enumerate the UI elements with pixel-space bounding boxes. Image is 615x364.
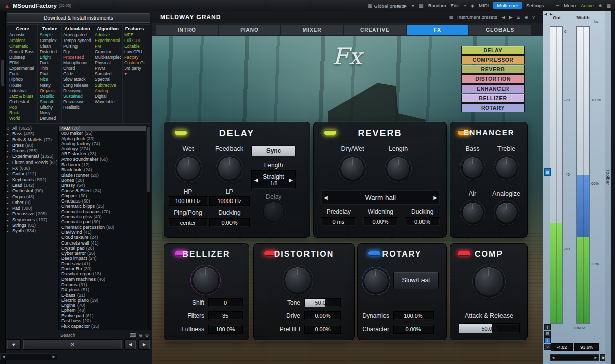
slow-fast-button[interactable]: Slow/Fast bbox=[393, 272, 439, 289]
scrollbar-handle[interactable] bbox=[1, 60, 4, 86]
tag[interactable]: Dark bbox=[40, 60, 60, 66]
tag[interactable]: Processed bbox=[63, 55, 91, 60]
preset-item[interactable]: Analog factory(74) bbox=[59, 141, 146, 146]
distortion-knob[interactable] bbox=[285, 267, 311, 293]
save-icon[interactable]: ⊡ bbox=[517, 15, 521, 20]
right-arrow-icon[interactable]: ▶ bbox=[289, 177, 293, 183]
preset-item[interactable]: Dino-saw(41) bbox=[59, 261, 146, 266]
preset-item[interactable]: Cinematic blipps(25) bbox=[59, 204, 146, 209]
tag[interactable]: Realistic bbox=[63, 105, 91, 110]
edit-button[interactable]: Edit bbox=[451, 3, 459, 8]
tag[interactable]: Orchestral bbox=[9, 99, 36, 105]
tag[interactable]: Industrial bbox=[9, 88, 36, 94]
tag[interactable]: 3rd party bbox=[124, 66, 145, 71]
tree-expand-icon[interactable]: ▸ bbox=[7, 160, 11, 166]
value-box[interactable]: 0.00% bbox=[363, 217, 398, 226]
tag[interactable]: Chord bbox=[63, 66, 91, 71]
tag[interactable]: Editable bbox=[124, 44, 145, 49]
knob[interactable] bbox=[341, 157, 364, 180]
tree-expand-icon[interactable]: ▸ bbox=[7, 177, 11, 183]
tag[interactable]: Slow attack bbox=[63, 77, 91, 83]
dots-icon[interactable]: ⁞⁞ bbox=[548, 3, 551, 8]
fx-chain-button[interactable]: ENHANCER bbox=[461, 84, 525, 93]
grid-button[interactable]: ▤ bbox=[544, 331, 551, 337]
preset-item[interactable]: DX pluck(51) bbox=[59, 287, 146, 292]
asterisk-icon[interactable]: ✱ bbox=[598, 3, 602, 8]
tag[interactable]: Cinematic bbox=[9, 44, 36, 49]
preset-item[interactable]: Engine(70) bbox=[59, 303, 146, 308]
tag[interactable]: Experimental bbox=[95, 38, 121, 44]
knob[interactable] bbox=[387, 157, 410, 180]
keyboard-icon[interactable]: ⌨ bbox=[130, 333, 136, 338]
tree-item[interactable]: ▸Strings(81) bbox=[7, 223, 57, 228]
knob[interactable] bbox=[218, 157, 241, 180]
preset-item[interactable]: Evolve pad(61) bbox=[59, 313, 146, 318]
preset-item[interactable]: Fast bass(20) bbox=[59, 318, 146, 323]
tab[interactable]: PIANO bbox=[219, 25, 281, 35]
preset-item[interactable]: Atmo soundmaker(60) bbox=[59, 157, 146, 162]
settings-button[interactable]: Settings bbox=[526, 3, 544, 8]
fx-chain-button[interactable]: REVERB bbox=[461, 65, 525, 74]
tag[interactable]: Custom GUI bbox=[124, 60, 145, 66]
tree-expand-icon[interactable]: ▸ bbox=[7, 166, 11, 171]
tag[interactable]: House bbox=[9, 83, 36, 88]
tag[interactable]: Complex bbox=[40, 38, 60, 44]
tree-expand-icon[interactable]: ▸ bbox=[7, 188, 11, 194]
tag[interactable]: Metallic bbox=[40, 94, 60, 99]
pingpong-value-box[interactable]: center bbox=[168, 218, 208, 227]
inv-label[interactable]: Inv bbox=[594, 20, 598, 23]
hp-value-box[interactable]: 100.00 Hz bbox=[168, 196, 208, 206]
tag[interactable]: Noisy bbox=[40, 110, 60, 116]
tree-horizontal-scrollbar[interactable]: ◀ ▶ bbox=[0, 353, 57, 360]
fx-chain-button[interactable]: BELLIZER bbox=[461, 94, 525, 103]
tag[interactable]: Decaying bbox=[63, 88, 91, 94]
tree-expand-icon[interactable]: ▸ bbox=[7, 211, 11, 217]
tag[interactable]: Factory bbox=[124, 55, 145, 60]
tag[interactable]: Ambient bbox=[9, 38, 36, 44]
tag[interactable]: Organic bbox=[40, 88, 60, 94]
tree-item[interactable]: ▸FX(636) bbox=[7, 166, 57, 171]
tag[interactable]: Percussive bbox=[63, 99, 91, 105]
tree-item[interactable]: ▸Percussive(295) bbox=[7, 211, 57, 217]
bellizer-knob[interactable] bbox=[193, 267, 219, 293]
tree-item[interactable]: ▸Experimental(1025) bbox=[7, 154, 57, 159]
tag[interactable]: Phat bbox=[40, 71, 60, 77]
value-box[interactable]: 0.00% bbox=[304, 311, 341, 320]
tag[interactable]: PWM bbox=[95, 66, 121, 71]
tree-expand-icon[interactable]: ▸ bbox=[7, 148, 11, 154]
tree-item[interactable]: ▸Pad(388) bbox=[7, 206, 57, 211]
tag[interactable]: Arpeggiated bbox=[63, 32, 91, 38]
tag[interactable]: Clean bbox=[40, 44, 60, 49]
scroll-left-icon[interactable]: ◀ bbox=[2, 355, 5, 359]
tag[interactable]: Full GUI bbox=[124, 38, 145, 44]
preset-item[interactable]: Cause & Effect(24) bbox=[59, 188, 146, 193]
preset-item[interactable]: Deep impact(24) bbox=[59, 256, 146, 261]
tree-item[interactable]: ▸Bass(495) bbox=[7, 131, 57, 137]
active-indicator[interactable]: Active bbox=[581, 3, 594, 8]
no-preset-button[interactable]: ⊘ bbox=[23, 339, 122, 350]
preset-scrollbar[interactable] bbox=[147, 126, 151, 330]
tag[interactable]: Long release bbox=[63, 83, 91, 88]
knob[interactable] bbox=[496, 202, 517, 223]
lp-value-box[interactable]: 10000 Hz bbox=[209, 196, 250, 206]
tag[interactable]: Monophonic bbox=[63, 60, 91, 66]
tag[interactable]: FM bbox=[95, 44, 121, 49]
tag[interactable]: Smooth bbox=[40, 99, 60, 105]
fx-chain-button[interactable]: COMPRESSOR bbox=[461, 55, 525, 64]
info-button[interactable]: i bbox=[544, 337, 551, 343]
tag[interactable]: Dubstep bbox=[9, 55, 36, 60]
tree-expand-icon[interactable]: ▸ bbox=[7, 200, 11, 206]
help-button[interactable]: ? bbox=[544, 344, 551, 350]
tree-expand-icon[interactable]: ▸ bbox=[7, 217, 11, 223]
tree-item[interactable]: ▸Orchestral(90) bbox=[7, 188, 57, 194]
knob[interactable] bbox=[496, 157, 517, 178]
delay-time-knob-disabled[interactable] bbox=[263, 201, 284, 222]
tag[interactable]: World bbox=[9, 116, 36, 122]
grid2-icon[interactable]: ▦ bbox=[606, 3, 611, 8]
preset-item[interactable]: Cinematic braaams(70) bbox=[59, 209, 146, 214]
preset-item[interactable]: Drawbar organ(18) bbox=[59, 271, 146, 276]
tag[interactable]: Spectral bbox=[95, 77, 121, 83]
tag[interactable]: Jazz & blues bbox=[9, 94, 36, 99]
tree-item[interactable]: ▸Organ(48) bbox=[7, 194, 57, 200]
tree-expand-icon[interactable]: ▸ bbox=[7, 228, 11, 234]
